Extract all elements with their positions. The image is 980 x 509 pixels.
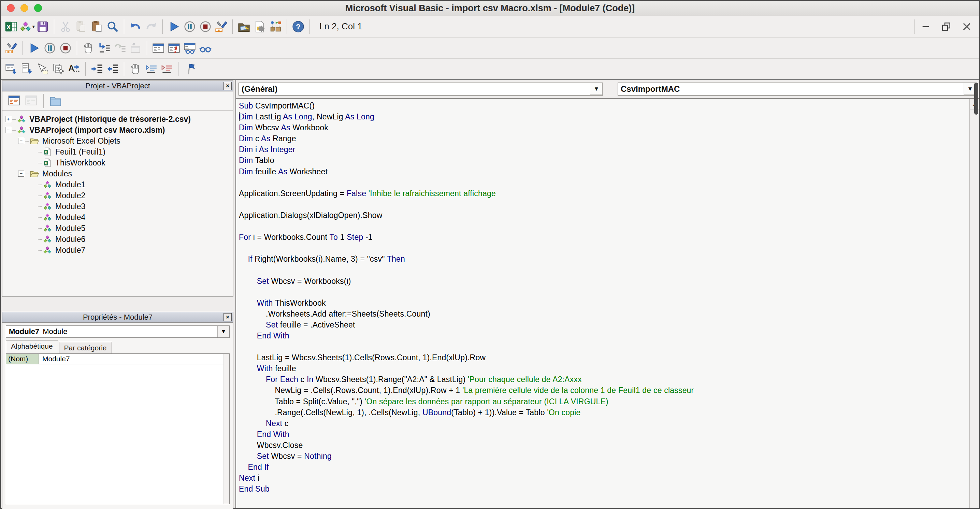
- code-line[interactable]: Sub CsvImportMAC(): [239, 100, 970, 111]
- minimize-icon[interactable]: [918, 19, 934, 35]
- code-line[interactable]: Set Wbcsv = Nothing: [239, 451, 970, 461]
- design-mode-icon[interactable]: [213, 19, 229, 35]
- code-line[interactable]: End With: [239, 429, 970, 440]
- code-line[interactable]: For Each c In Wbcsv.Sheets(1).Range("A2:…: [239, 374, 970, 385]
- tree-item[interactable]: −Modules: [2, 168, 233, 179]
- code-line[interactable]: Next i: [239, 472, 970, 484]
- code-line[interactable]: NewLig = .Cells(.Rows.Count, 1).End(xlUp…: [239, 385, 970, 396]
- reset-icon[interactable]: [58, 40, 73, 56]
- save-icon[interactable]: [35, 19, 51, 35]
- collapse-icon[interactable]: −: [18, 170, 24, 177]
- code-line[interactable]: Tablo = Split(c.Value, ",") 'On sépare l…: [239, 396, 970, 407]
- quick-info-icon[interactable]: [35, 61, 51, 77]
- tree-item[interactable]: Module6: [2, 234, 233, 245]
- undo-icon[interactable]: [127, 19, 143, 35]
- code-line[interactable]: Set Wbcsv = Workbooks(i): [239, 276, 970, 286]
- list-properties-icon[interactable]: [3, 61, 19, 77]
- tree-item[interactable]: Module5: [2, 223, 233, 234]
- code-line[interactable]: Application.ScreenUpdating = False 'Inhi…: [239, 188, 970, 199]
- chevron-down-icon[interactable]: ▾: [32, 24, 35, 30]
- design-mode-icon[interactable]: [3, 40, 19, 56]
- properties-window-icon[interactable]: [252, 19, 267, 35]
- help-icon[interactable]: ?: [290, 19, 306, 35]
- code-line[interactable]: LastLig = Wbcsv.Sheets(1).Cells(Rows.Cou…: [239, 352, 970, 363]
- parameter-info-icon[interactable]: [51, 61, 66, 77]
- tree-item[interactable]: XThisWorkbook: [2, 157, 233, 168]
- tree-item[interactable]: −VBAProject (import csv Macro.xlsm): [2, 124, 233, 135]
- chevron-down-icon[interactable]: ▼: [217, 326, 229, 337]
- code-line[interactable]: End Sub: [239, 484, 970, 494]
- tree-item[interactable]: −Microsoft Excel Objets: [2, 135, 233, 146]
- redo-icon[interactable]: [143, 19, 159, 35]
- code-line[interactable]: .Range(.Cells(NewLig, 1), .Cells(NewLig,…: [239, 407, 970, 418]
- cut-icon[interactable]: [58, 19, 73, 35]
- code-line[interactable]: With feuille: [239, 363, 970, 374]
- code-editor[interactable]: Sub CsvImportMAC()Dim LastLig As Long, N…: [236, 99, 970, 508]
- code-line[interactable]: Dim LastLig As Long, NewLig As Long: [239, 111, 970, 122]
- code-line[interactable]: Dim feuille As Worksheet: [239, 166, 970, 177]
- chevron-down-icon[interactable]: ▼: [590, 83, 603, 95]
- tree-item[interactable]: Module7: [2, 245, 233, 256]
- restore-icon[interactable]: [939, 19, 954, 35]
- code-line[interactable]: Dim c As Range: [239, 133, 970, 144]
- object-browser-icon[interactable]: [267, 19, 283, 35]
- collapse-icon[interactable]: −: [18, 138, 24, 144]
- run-icon[interactable]: [26, 40, 42, 56]
- code-line[interactable]: [239, 264, 970, 275]
- find-icon[interactable]: [105, 19, 121, 35]
- code-line[interactable]: Set feuille = .ActiveSheet: [239, 319, 970, 330]
- indent-icon[interactable]: [89, 61, 105, 77]
- immediate-window-icon[interactable]: [166, 40, 182, 56]
- view-object-icon[interactable]: [23, 93, 40, 109]
- object-selector[interactable]: Module7 Module ▼: [6, 326, 230, 338]
- scrollbar-thumb[interactable]: [974, 83, 978, 115]
- code-line[interactable]: [239, 199, 970, 210]
- bookmark-flag-icon[interactable]: [182, 61, 197, 77]
- tree-item[interactable]: Module3: [2, 201, 233, 212]
- code-line[interactable]: Dim Tablo: [239, 155, 970, 166]
- tree-item[interactable]: Module4: [2, 212, 233, 223]
- toggle-breakpoint-icon[interactable]: [127, 61, 143, 77]
- code-line[interactable]: .Worksheets.Add after:=Sheets(Sheets.Cou…: [239, 309, 970, 319]
- object-dropdown[interactable]: (Général) ▼: [239, 83, 603, 95]
- watch-window-icon[interactable]: [182, 40, 197, 56]
- project-explorer-icon[interactable]: [236, 19, 252, 35]
- expand-icon[interactable]: +: [5, 116, 11, 122]
- code-line[interactable]: Wbcsv.Close: [239, 440, 970, 451]
- view-code-icon[interactable]: [6, 93, 23, 109]
- code-line[interactable]: With ThisWorkbook: [239, 297, 970, 309]
- code-line[interactable]: Next c: [239, 418, 970, 429]
- run-icon[interactable]: [166, 19, 182, 35]
- break-icon[interactable]: [42, 40, 58, 56]
- tree-item[interactable]: XFeuil1 (Feuil1): [2, 146, 233, 157]
- tree-item[interactable]: Module2: [2, 190, 233, 201]
- quick-watch-icon[interactable]: [197, 40, 213, 56]
- tab-alphabetic[interactable]: Alphabétique: [6, 340, 58, 353]
- tree-item[interactable]: Module1: [2, 179, 233, 190]
- toggle-breakpoint-icon[interactable]: [81, 40, 96, 56]
- code-line[interactable]: [239, 286, 970, 297]
- insert-userform-icon[interactable]: ▾: [19, 19, 35, 35]
- code-line[interactable]: Dim Wbcsv As Workbook: [239, 122, 970, 133]
- code-line[interactable]: End With: [239, 330, 970, 341]
- locals-window-icon[interactable]: [151, 40, 166, 56]
- tree-item[interactable]: +VBAProject (Historique de trésorerie-2.…: [2, 114, 233, 124]
- toggle-folders-icon[interactable]: [47, 93, 64, 109]
- vertical-scrollbar[interactable]: ▲: [969, 99, 979, 508]
- reset-icon[interactable]: [197, 19, 213, 35]
- code-line[interactable]: End If: [239, 461, 970, 472]
- complete-word-icon[interactable]: A: [66, 61, 82, 77]
- copy-icon[interactable]: [73, 19, 89, 35]
- list-constants-icon[interactable]: [19, 61, 35, 77]
- outdent-icon[interactable]: [105, 61, 121, 77]
- tab-categorized[interactable]: Par catégorie: [59, 342, 112, 353]
- code-line[interactable]: [239, 341, 970, 352]
- properties-scrollbar[interactable]: [223, 354, 229, 504]
- view-excel-icon[interactable]: X: [3, 19, 19, 35]
- step-into-icon[interactable]: [96, 40, 112, 56]
- step-over-icon[interactable]: [112, 40, 127, 56]
- code-line[interactable]: [239, 177, 970, 188]
- code-line[interactable]: If Right(Workbooks(i).Name, 3) = "csv" T…: [239, 253, 970, 264]
- property-row[interactable]: (Nom) Module7: [6, 354, 229, 364]
- code-line[interactable]: Dim i As Integer: [239, 144, 970, 155]
